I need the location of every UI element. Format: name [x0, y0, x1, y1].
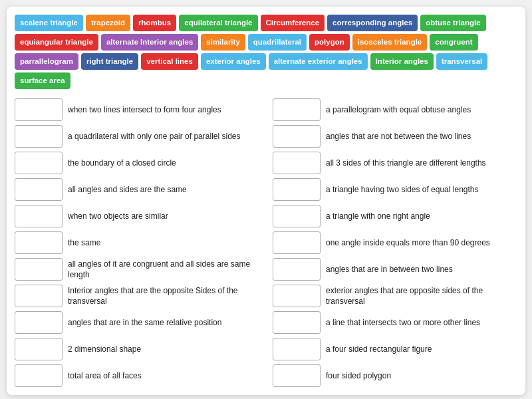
word-tile-surface-area[interactable]: surface area	[15, 72, 70, 89]
def-text-left-10: total area of all faces	[68, 370, 142, 381]
def-text-left-0: when two lines intersect to form four an…	[68, 104, 221, 115]
word-tile-congruent[interactable]: congruent	[430, 34, 477, 51]
answer-box-right-1[interactable]	[273, 125, 321, 148]
answer-box-left-1[interactable]	[15, 125, 63, 148]
def-text-right-0: a parallelogram with equal obtuse angles	[326, 104, 471, 115]
answer-box-left-0[interactable]	[15, 98, 63, 121]
answer-box-right-6[interactable]	[273, 258, 321, 281]
word-tile-parrallelogram[interactable]: parrallelogram	[15, 53, 78, 70]
definitions-grid: when two lines intersect to form four an…	[15, 98, 517, 387]
def-row-right-6: angles that are in between two lines	[273, 258, 517, 281]
def-row-left-2: the boundary of a closed circle	[15, 152, 259, 174]
def-row-left-8: angles that are in the same relative pos…	[15, 311, 259, 334]
def-text-right-6: angles that are in between two lines	[326, 264, 453, 275]
word-tile-rhombus[interactable]: rhombus	[133, 15, 176, 31]
answer-box-right-4[interactable]	[273, 205, 321, 227]
def-row-right-7: exterior angles that are opposite sides …	[273, 285, 517, 307]
def-row-left-5: the same	[15, 231, 259, 254]
answer-box-left-10[interactable]	[15, 364, 63, 387]
def-text-left-4: when two objects are similar	[68, 211, 168, 221]
word-tile-polygon[interactable]: polygon	[309, 34, 350, 51]
word-tile-right-triangle[interactable]: right triangle	[81, 53, 138, 70]
def-row-right-4: a triangle with one right angle	[273, 205, 517, 227]
answer-box-left-9[interactable]	[15, 338, 63, 360]
word-tile-obtuse-triangle[interactable]: obtuse triangle	[420, 15, 485, 31]
answer-box-left-8[interactable]	[15, 311, 63, 334]
def-text-right-1: angles that are not between the two line…	[326, 131, 471, 142]
word-tile-isosceles-triangle[interactable]: isosceles triangle	[352, 34, 428, 51]
def-row-left-10: total area of all faces	[15, 364, 259, 387]
def-row-left-1: a quadrilateral with only one pair of pa…	[15, 125, 259, 148]
answer-box-left-5[interactable]	[15, 231, 63, 254]
def-text-left-7: Interior angles that are the opposite Si…	[68, 285, 259, 307]
answer-box-left-4[interactable]	[15, 205, 63, 227]
def-row-right-8: a line that intersects two or more other…	[273, 311, 517, 334]
def-row-left-9: 2 dimensional shape	[15, 338, 259, 360]
answer-box-left-6[interactable]	[15, 258, 63, 281]
answer-box-right-10[interactable]	[273, 364, 321, 387]
word-tile-scalene-triangle[interactable]: scalene triangle	[15, 15, 83, 31]
def-text-right-2: all 3 sides of this triangle are differe…	[326, 158, 486, 168]
word-tile-equilateral-triangle[interactable]: equilateral triangle	[179, 15, 257, 31]
def-row-right-10: four sided polygon	[273, 364, 517, 387]
word-bank: scalene triangletrapezoidrhombusequilate…	[15, 15, 517, 89]
word-tile-vertical-lines[interactable]: vertical lines	[141, 53, 198, 70]
def-row-left-4: when two objects are similar	[15, 205, 259, 227]
word-tile-equiangular-triangle[interactable]: equiangular triangle	[15, 34, 98, 51]
def-text-left-1: a quadrilateral with only one pair of pa…	[68, 131, 240, 142]
def-text-left-3: all angles and sides are the same	[68, 184, 187, 195]
def-row-right-0: a parallelogram with equal obtuse angles	[273, 98, 517, 121]
word-tile-transversal[interactable]: transversal	[436, 53, 487, 70]
def-row-right-9: a four sided rectangular figure	[273, 338, 517, 360]
def-text-left-5: the same	[68, 237, 100, 248]
def-row-right-2: all 3 sides of this triangle are differe…	[273, 152, 517, 174]
word-tile-alternate-exterior-angles[interactable]: alternate exterior angles	[269, 53, 368, 70]
def-text-right-4: a triangle with one right angle	[326, 211, 430, 221]
word-tile-trapezoid[interactable]: trapezoid	[86, 15, 130, 31]
word-tile-exterior-angles[interactable]: exterior angles	[201, 53, 266, 70]
word-tile-alternate-interior-angles[interactable]: alternate Interior angles	[101, 34, 198, 51]
def-text-right-5: one angle inside equals more than 90 deg…	[326, 237, 490, 248]
def-text-left-9: 2 dimensional shape	[68, 344, 141, 354]
answer-box-right-9[interactable]	[273, 338, 321, 360]
def-row-left-0: when two lines intersect to form four an…	[15, 98, 259, 121]
def-row-right-5: one angle inside equals more than 90 deg…	[273, 231, 517, 254]
def-row-left-3: all angles and sides are the same	[15, 178, 259, 201]
word-tile-interior-angles[interactable]: Interior angles	[370, 53, 434, 70]
def-row-right-1: angles that are not between the two line…	[273, 125, 517, 148]
def-text-left-2: the boundary of a closed circle	[68, 158, 176, 168]
word-tile-similarity[interactable]: similarity	[201, 34, 245, 51]
def-text-right-7: exterior angles that are opposite sides …	[326, 285, 517, 307]
def-text-left-8: angles that are in the same relative pos…	[68, 317, 221, 328]
answer-box-right-0[interactable]	[273, 98, 321, 121]
answer-box-right-2[interactable]	[273, 152, 321, 174]
def-text-right-3: a triangle having two sides of equal len…	[326, 184, 478, 195]
answer-box-left-7[interactable]	[15, 285, 63, 307]
answer-box-right-3[interactable]	[273, 178, 321, 201]
def-row-left-6: all angles of it are congruent and all s…	[15, 258, 259, 281]
def-text-left-6: all angles of it are congruent and all s…	[68, 259, 259, 280]
answer-box-right-8[interactable]	[273, 311, 321, 334]
main-card: scalene triangletrapezoidrhombusequilate…	[7, 7, 525, 395]
def-text-right-9: a four sided rectangular figure	[326, 344, 432, 354]
answer-box-right-7[interactable]	[273, 285, 321, 307]
answer-box-left-2[interactable]	[15, 152, 63, 174]
word-tile-corresponding-angles[interactable]: corresponding angles	[327, 15, 418, 31]
word-tile-quadrillateral[interactable]: quadrillateral	[248, 34, 307, 51]
answer-box-right-5[interactable]	[273, 231, 321, 254]
def-text-right-10: four sided polygon	[326, 370, 391, 381]
def-text-right-8: a line that intersects two or more other…	[326, 317, 480, 328]
answer-box-left-3[interactable]	[15, 178, 63, 201]
def-row-left-7: Interior angles that are the opposite Si…	[15, 285, 259, 307]
def-row-right-3: a triangle having two sides of equal len…	[273, 178, 517, 201]
word-tile-circumference[interactable]: Circumference	[261, 15, 325, 31]
